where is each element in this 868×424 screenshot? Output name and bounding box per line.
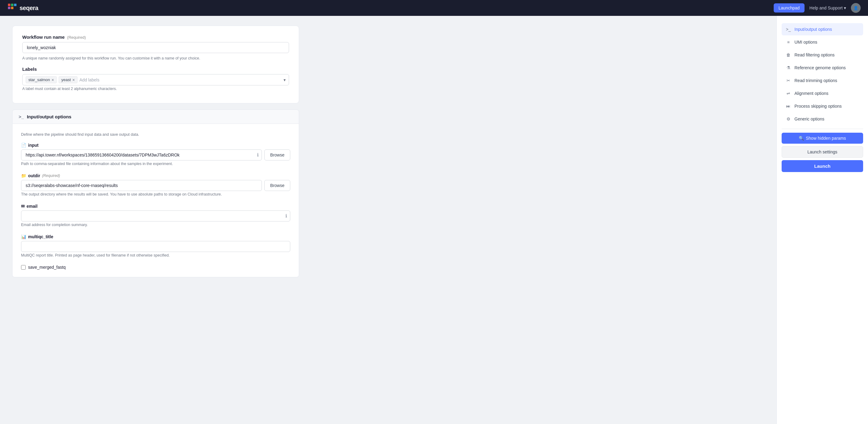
email-field-label: ✉ email [21, 204, 290, 209]
label-tag-text: yeast [61, 77, 71, 82]
show-hidden-params-button[interactable]: 🔍 Show hidden params [782, 133, 863, 144]
run-name-hint: A unique name randomly assigned for this… [22, 56, 289, 60]
sidebar-item-read-filtering[interactable]: 🗑 Read filtering options [782, 49, 863, 61]
outdir-required: (Required) [42, 173, 60, 178]
email-info-icon[interactable]: ℹ [285, 213, 287, 219]
labels-hint: A label must contain at least 2 alphanum… [22, 87, 289, 91]
logo-text: seqera [20, 5, 38, 11]
sidebar-item-read-filtering-label: Read filtering options [795, 53, 835, 57]
sidebar-divider [782, 129, 863, 129]
workflow-run-name-card: Workflow run name (Required) A unique na… [12, 26, 299, 103]
outdir-field-label: 📁 outdir (Required) [21, 173, 290, 178]
sidebar-item-process-skipping[interactable]: ⏭ Process skipping options [782, 100, 863, 112]
topnav: seqera Launchpad Help and Support ▾ 👤 [0, 0, 868, 16]
save-merged-fastq-label: save_merged_fastq [28, 265, 66, 270]
svg-rect-3 [8, 7, 10, 9]
right-sidebar: >_ Input/output options ≡ UMI options 🗑 … [776, 16, 868, 424]
reference-genome-nav-icon: ⚗ [785, 65, 792, 71]
sidebar-nav: >_ Input/output options ≡ UMI options 🗑 … [782, 23, 863, 125]
run-name-label-row: Workflow run name (Required) [22, 34, 289, 40]
seqera-logo-icon [7, 3, 17, 13]
avatar[interactable]: 👤 [851, 3, 861, 13]
save-merged-fastq-checkbox[interactable] [21, 265, 26, 270]
logo: seqera [7, 3, 38, 13]
outdir-browse-button[interactable]: Browse [264, 180, 290, 191]
labels-add-text: Add labels [79, 77, 99, 83]
sidebar-item-process-skipping-label: Process skipping options [795, 104, 842, 108]
input-field-group: 📄 input ℹ Browse Path to comma-separated… [21, 143, 290, 166]
sidebar-item-generic-label: Generic options [795, 117, 824, 121]
input-output-nav-icon: >_ [785, 26, 792, 32]
input-output-section: >_ Input/output options Define where the… [12, 109, 299, 277]
input-field-label: 📄 input [21, 143, 290, 148]
label-tag-close-yeast[interactable]: × [72, 78, 75, 82]
svg-rect-0 [8, 4, 10, 6]
multiqc-label-icon: 📊 [21, 234, 26, 239]
input-hint: Path to comma-separated file containing … [21, 162, 290, 166]
outdir-field-group: 📁 outdir (Required) Browse The output di… [21, 173, 290, 196]
multiqc-title-field-group: 📊 multiqc_title MultiQC report title. Pr… [21, 234, 290, 257]
sidebar-item-umi[interactable]: ≡ UMI options [782, 36, 863, 48]
input-with-browse: ℹ Browse [21, 150, 290, 160]
outdir-hint: The output directory where the results w… [21, 192, 290, 196]
save-merged-fastq-row: save_merged_fastq [21, 265, 290, 270]
sidebar-item-reference-genome[interactable]: ⚗ Reference genome options [782, 62, 863, 74]
email-hint: Email address for completion summary. [21, 223, 290, 227]
help-support-link[interactable]: Help and Support ▾ [809, 5, 846, 10]
sidebar-item-read-trimming-label: Read trimming options [795, 78, 837, 83]
alignment-nav-icon: ⇌ [785, 90, 792, 96]
email-icon-wrapper: ℹ [21, 210, 290, 222]
input-field[interactable] [21, 150, 262, 160]
run-name-required: (Required) [67, 35, 86, 40]
label-tag-text: star_salmon [28, 77, 50, 82]
input-label-text: input [28, 143, 38, 148]
labels-title: Labels [22, 66, 289, 72]
help-support-label: Help and Support [809, 5, 843, 10]
sidebar-item-reference-genome-label: Reference genome options [795, 65, 846, 70]
read-trimming-nav-icon: ✂ [785, 77, 792, 84]
avatar-icon: 👤 [854, 6, 858, 10]
show-hidden-label: Show hidden params [806, 136, 846, 141]
email-label-icon: ✉ [21, 204, 25, 209]
outdir-label-icon: 📁 [21, 173, 26, 178]
input-output-section-icon: >_ [19, 114, 24, 119]
process-skipping-nav-icon: ⏭ [785, 103, 792, 109]
multiqc-label-text: multiqc_title [28, 234, 53, 239]
launch-button[interactable]: Launch [782, 160, 863, 172]
section-title-input-output: Input/output options [27, 114, 71, 119]
input-info-icon[interactable]: ℹ [257, 152, 259, 158]
email-label-text: email [27, 204, 37, 209]
multiqc-title-field[interactable] [21, 241, 290, 252]
svg-rect-1 [11, 4, 13, 6]
multiqc-hint: MultiQC report title. Printed as page he… [21, 253, 290, 257]
outdir-label-text: outdir [28, 173, 40, 178]
multiqc-title-field-label: 📊 multiqc_title [21, 234, 290, 239]
help-support-arrow: ▾ [844, 5, 846, 10]
label-tag-close-star-salmon[interactable]: × [52, 78, 54, 82]
svg-rect-2 [14, 4, 17, 6]
section-body-input-output: Define where the pipeline should find in… [12, 124, 299, 277]
label-tag-yeast: yeast × [59, 76, 78, 83]
topnav-right: Launchpad Help and Support ▾ 👤 [774, 3, 861, 13]
sidebar-item-umi-label: UMI options [795, 40, 817, 44]
outdir-field[interactable] [21, 180, 262, 191]
sidebar-item-alignment[interactable]: ⇌ Alignment options [782, 87, 863, 99]
launchpad-button[interactable]: Launchpad [774, 3, 805, 12]
run-name-title: Workflow run name [22, 34, 65, 40]
svg-rect-4 [11, 7, 13, 9]
sidebar-item-input-output[interactable]: >_ Input/output options [782, 23, 863, 35]
sidebar-item-read-trimming[interactable]: ✂ Read trimming options [782, 74, 863, 87]
sidebar-item-input-output-label: Input/output options [795, 27, 832, 32]
section-header-input-output: >_ Input/output options [12, 109, 299, 124]
email-field[interactable] [21, 210, 290, 222]
labels-dropdown-arrow[interactable]: ▾ [283, 77, 286, 83]
labels-input[interactable]: star_salmon × yeast × Add labels ▾ [22, 74, 289, 86]
input-browse-button[interactable]: Browse [264, 150, 290, 160]
outdir-with-browse: Browse [21, 180, 290, 191]
section-description: Define where the pipeline should find in… [21, 132, 290, 137]
run-name-input[interactable] [22, 42, 289, 53]
page-layout: Workflow run name (Required) A unique na… [0, 16, 868, 424]
show-hidden-icon: 🔍 [799, 136, 804, 141]
launch-settings-button[interactable]: Launch settings [782, 146, 863, 158]
sidebar-item-generic[interactable]: ⚙ Generic options [782, 113, 863, 125]
